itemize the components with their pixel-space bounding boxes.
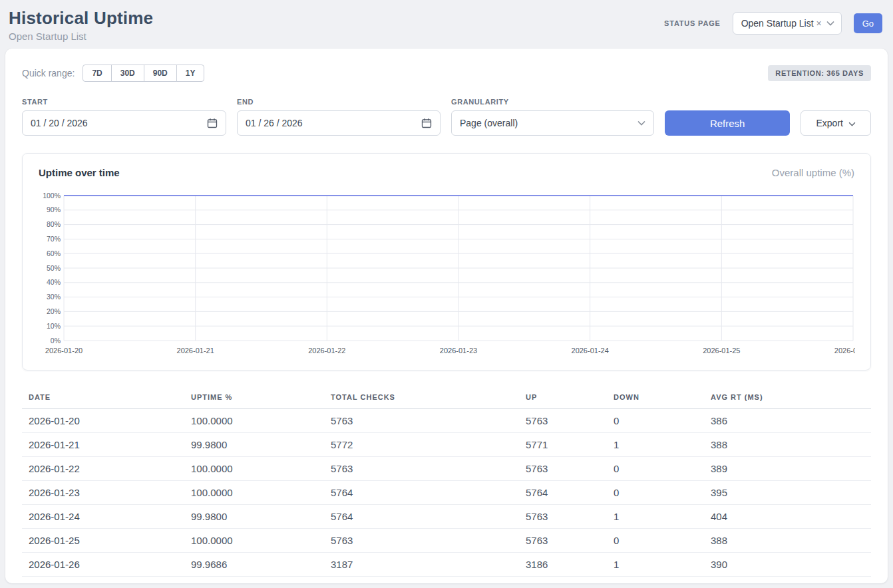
svg-text:2026-01-25: 2026-01-25	[703, 347, 740, 355]
table-cell: 100.0000	[184, 457, 324, 481]
start-date-input[interactable]: 01 / 20 / 2026	[22, 110, 226, 136]
start-date-value: 01 / 20 / 2026	[31, 118, 88, 128]
uptime-table: DATEUPTIME %TOTAL CHECKSUPDOWNAVG RT (MS…	[22, 386, 871, 577]
table-cell: 99.9800	[184, 433, 324, 457]
page-header: Historical Uptime Open Startup List STAT…	[0, 0, 893, 49]
table-cell: 1	[607, 433, 704, 457]
status-page-select[interactable]: Open Startup List ×	[733, 12, 842, 35]
calendar-icon[interactable]	[421, 118, 432, 128]
table-cell: 2026-01-21	[22, 433, 184, 457]
column-header: TOTAL CHECKS	[324, 386, 519, 409]
svg-text:2026-01-23: 2026-01-23	[440, 347, 477, 355]
start-date-field: START 01 / 20 / 2026	[22, 98, 226, 136]
table-cell: 389	[704, 457, 871, 481]
table-cell: 5763	[324, 529, 519, 553]
chart-title: Uptime over time	[39, 167, 120, 178]
table-cell: 5764	[324, 505, 519, 529]
export-button[interactable]: Export	[801, 110, 871, 136]
svg-text:2026-01-22: 2026-01-22	[308, 347, 345, 355]
svg-text:10%: 10%	[47, 322, 61, 330]
table-cell: 388	[704, 529, 871, 553]
quick-range-row: Quick range: 7D30D90D1Y RETENTION: 365 D…	[22, 65, 871, 82]
status-page-selector-group: STATUS PAGE Open Startup List × Go	[664, 12, 882, 35]
table-cell: 2026-01-20	[22, 409, 184, 433]
granularity-select[interactable]: Page (overall)	[451, 110, 654, 136]
svg-text:30%: 30%	[47, 293, 61, 301]
table-row: 2026-01-25100.0000576357630388	[22, 529, 871, 553]
table-cell: 5763	[519, 457, 607, 481]
table-cell: 2026-01-26	[22, 553, 184, 577]
title-block: Historical Uptime Open Startup List	[9, 8, 153, 42]
table-cell: 1	[607, 505, 704, 529]
go-button[interactable]: Go	[854, 13, 882, 33]
column-header: AVG RT (MS)	[704, 386, 871, 409]
table-cell: 99.9686	[184, 553, 324, 577]
main-panel: Quick range: 7D30D90D1Y RETENTION: 365 D…	[5, 49, 888, 583]
granularity-selected-value: Page (overall)	[460, 118, 518, 128]
chart-legend: Overall uptime (%)	[772, 167, 854, 178]
table-cell: 5771	[519, 433, 607, 457]
table-cell: 2026-01-25	[22, 529, 184, 553]
table-row: 2026-01-2699.9686318731861390	[22, 553, 871, 577]
page-subtitle: Open Startup List	[9, 31, 153, 42]
table-cell: 5763	[519, 409, 607, 433]
table-cell: 99.9800	[184, 505, 324, 529]
table-cell: 404	[704, 505, 871, 529]
status-page-selected-value: Open Startup List	[741, 18, 814, 29]
table-cell: 0	[607, 409, 704, 433]
svg-text:2026-01-26: 2026-01-26	[834, 347, 855, 355]
table-cell: 386	[704, 409, 871, 433]
retention-badge: RETENTION: 365 DAYS	[768, 65, 871, 81]
table-cell: 100.0000	[184, 481, 324, 505]
table-row: 2026-01-2499.9800576457631404	[22, 505, 871, 529]
status-page-label: STATUS PAGE	[664, 19, 721, 27]
svg-text:50%: 50%	[47, 264, 61, 272]
svg-text:90%: 90%	[47, 206, 61, 214]
svg-text:100%: 100%	[43, 192, 61, 200]
end-date-input[interactable]: 01 / 26 / 2026	[237, 110, 441, 136]
column-header: DOWN	[607, 386, 704, 409]
table-cell: 5763	[519, 529, 607, 553]
table-cell: 390	[704, 553, 871, 577]
svg-text:2026-01-21: 2026-01-21	[177, 347, 214, 355]
column-header: UPTIME %	[184, 386, 324, 409]
chevron-down-icon	[637, 120, 645, 126]
table-cell: 5763	[324, 457, 519, 481]
end-date-value: 01 / 26 / 2026	[246, 118, 303, 128]
table-cell: 3187	[324, 553, 519, 577]
table-row: 2026-01-2199.9800577257711388	[22, 433, 871, 457]
svg-text:70%: 70%	[47, 235, 61, 243]
calendar-icon[interactable]	[207, 118, 218, 128]
table-cell: 5764	[324, 481, 519, 505]
quick-range-label: Quick range:	[22, 68, 75, 78]
page-title: Historical Uptime	[9, 8, 153, 29]
table-header: DATEUPTIME %TOTAL CHECKSUPDOWNAVG RT (MS…	[22, 386, 871, 409]
svg-text:80%: 80%	[47, 220, 61, 228]
table-cell: 5763	[519, 505, 607, 529]
quick-range-group: 7D30D90D1Y	[83, 65, 204, 82]
clear-selection-icon[interactable]: ×	[816, 19, 822, 28]
refresh-button[interactable]: Refresh	[665, 110, 790, 136]
table-cell: 2026-01-23	[22, 481, 184, 505]
quick-range-30d-button[interactable]: 30D	[111, 65, 144, 82]
svg-text:60%: 60%	[47, 249, 61, 257]
svg-text:20%: 20%	[47, 307, 61, 315]
table-row: 2026-01-20100.0000576357630386	[22, 409, 871, 433]
svg-text:40%: 40%	[47, 278, 61, 286]
table-body: 2026-01-20100.00005763576303862026-01-21…	[22, 409, 871, 577]
quick-range-1y-button[interactable]: 1Y	[176, 65, 205, 82]
end-label: END	[237, 98, 441, 106]
quick-range-90d-button[interactable]: 90D	[144, 65, 177, 82]
chevron-down-icon	[848, 118, 856, 128]
quick-range-7d-button[interactable]: 7D	[83, 65, 111, 82]
chart-header: Uptime over time Overall uptime (%)	[39, 167, 854, 178]
svg-text:0%: 0%	[51, 337, 61, 345]
table-cell: 5764	[519, 481, 607, 505]
end-date-field: END 01 / 26 / 2026	[237, 98, 441, 136]
table-cell: 5763	[324, 409, 519, 433]
granularity-field: GRANULARITY Page (overall)	[451, 98, 654, 136]
start-label: START	[22, 98, 226, 106]
column-header: DATE	[22, 386, 184, 409]
uptime-line-chart: 0%10%20%30%40%50%60%70%80%90%100%2026-01…	[39, 188, 855, 359]
table-cell: 388	[704, 433, 871, 457]
